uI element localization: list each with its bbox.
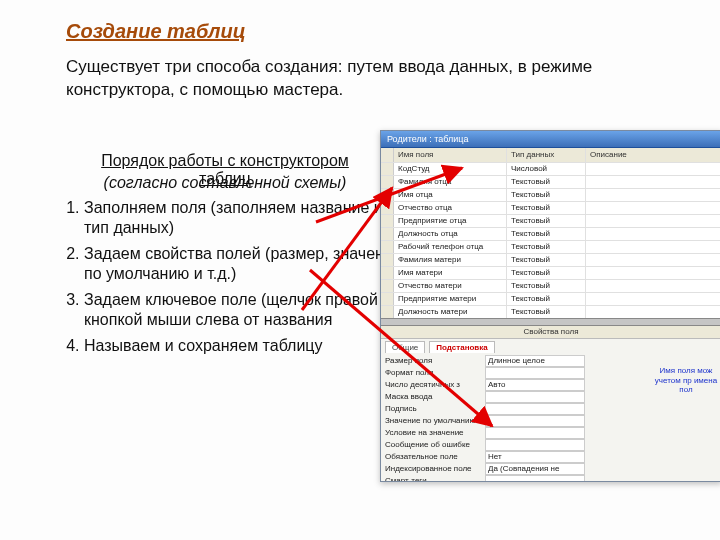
cell-field-desc	[586, 228, 720, 240]
property-value[interactable]	[485, 403, 585, 415]
property-label: Размер поля	[385, 355, 485, 367]
cell-field-type: Текстовый	[507, 176, 586, 188]
cell-field-type: Текстовый	[507, 189, 586, 201]
property-value[interactable]	[485, 367, 585, 379]
cell-field-name: Предприятие матери	[394, 293, 507, 305]
cell-field-desc	[586, 163, 720, 175]
grid-header-name: Имя поля	[394, 148, 507, 162]
property-value[interactable]	[485, 475, 585, 482]
grid-header-type: Тип данных	[507, 148, 586, 162]
table-row[interactable]: Рабочий телефон отцаТекстовый	[381, 241, 720, 254]
property-row: Индексированное полеДа (Совпадения не до…	[385, 463, 585, 475]
properties-hint: Имя поля мож учетом пр имена пол	[651, 366, 720, 395]
cell-field-type: Текстовый	[507, 215, 586, 227]
cell-field-type: Текстовый	[507, 241, 586, 253]
step-item: Заполняем поля (заполняем название и тип…	[84, 198, 404, 238]
property-value[interactable]	[485, 391, 585, 403]
property-label: Подпись	[385, 403, 485, 415]
cell-field-name: Отчество отца	[394, 202, 507, 214]
property-value[interactable]	[485, 415, 585, 427]
procedure-subheading: (согласно составленной схемы)	[80, 174, 370, 192]
property-label: Значение по умолчанию	[385, 415, 485, 427]
property-row: Смарт-теги	[385, 475, 585, 482]
step-item: Задаем ключевое поле (щелчок правой кноп…	[84, 290, 404, 330]
property-label: Число десятичных з	[385, 379, 485, 391]
property-value[interactable]: Да (Совпадения не допускаются)	[485, 463, 585, 475]
cell-field-desc	[586, 202, 720, 214]
property-row: Формат поля	[385, 367, 585, 379]
step-item: Задаем свойства полей (размер, значение …	[84, 244, 404, 284]
grid-header-desc: Описание	[586, 148, 720, 162]
cell-field-name: Фамилия матери	[394, 254, 507, 266]
property-value[interactable]: Нет	[485, 451, 585, 463]
property-label: Сообщение об ошибке	[385, 439, 485, 451]
table-row[interactable]: Должность отцаТекстовый	[381, 228, 720, 241]
cell-field-type: Текстовый	[507, 228, 586, 240]
table-row[interactable]: Отчество материТекстовый	[381, 280, 720, 293]
table-row[interactable]: Предприятие материТекстовый	[381, 293, 720, 306]
property-value[interactable]: Длинное целое	[485, 355, 585, 367]
property-row: Подпись	[385, 403, 585, 415]
cell-field-type: Текстовый	[507, 254, 586, 266]
table-row[interactable]: Предприятие отцаТекстовый	[381, 215, 720, 228]
cell-field-desc	[586, 306, 720, 318]
property-row: Маска ввода	[385, 391, 585, 403]
steps-list: Заполняем поля (заполняем название и тип…	[58, 198, 404, 362]
properties-caption: Свойства поля	[381, 326, 720, 339]
table-row[interactable]: Фамилия материТекстовый	[381, 254, 720, 267]
cell-field-name: Рабочий телефон отца	[394, 241, 507, 253]
property-label: Маска ввода	[385, 391, 485, 403]
property-row: Размер поляДлинное целое	[385, 355, 585, 367]
cell-field-name: Предприятие отца	[394, 215, 507, 227]
property-row: Обязательное полеНет	[385, 451, 585, 463]
properties-pane: Свойства поля Общие Подстановка Размер п…	[381, 326, 720, 482]
cell-field-type: Текстовый	[507, 293, 586, 305]
table-row[interactable]: Фамилия отцаТекстовый	[381, 176, 720, 189]
grid-header-row: Имя поля Тип данных Описание	[381, 148, 720, 163]
cell-field-desc	[586, 293, 720, 305]
property-value[interactable]	[485, 427, 585, 439]
property-value[interactable]	[485, 439, 585, 451]
property-row: Значение по умолчанию	[385, 415, 585, 427]
page-title: Создание таблиц	[66, 20, 246, 43]
cell-field-desc	[586, 241, 720, 253]
property-row: Число десятичных зАвто	[385, 379, 585, 391]
table-row[interactable]: Имя материТекстовый	[381, 267, 720, 280]
cell-field-type: Текстовый	[507, 306, 586, 318]
step-item: Называем и сохраняем таблицу	[84, 336, 404, 356]
property-label: Смарт-теги	[385, 475, 485, 482]
table-row[interactable]: КодСтудЧисловой	[381, 163, 720, 176]
cell-field-desc	[586, 267, 720, 279]
cell-field-type: Числовой	[507, 163, 586, 175]
cell-field-name: Должность отца	[394, 228, 507, 240]
cell-field-name: Имя отца	[394, 189, 507, 201]
cell-field-name: Должность матери	[394, 306, 507, 318]
field-grid: Имя поля Тип данных Описание КодСтудЧисл…	[381, 148, 720, 318]
property-label: Индексированное поле	[385, 463, 485, 475]
property-value[interactable]: Авто	[485, 379, 585, 391]
cell-field-desc	[586, 189, 720, 201]
properties-table: Размер поляДлинное целоеФормат поляЧисло…	[385, 355, 585, 482]
cell-field-desc	[586, 254, 720, 266]
property-label: Обязательное поле	[385, 451, 485, 463]
cell-field-type: Текстовый	[507, 280, 586, 292]
cell-field-name: Отчество матери	[394, 280, 507, 292]
property-row: Сообщение об ошибке	[385, 439, 585, 451]
table-row[interactable]: Имя отцаТекстовый	[381, 189, 720, 202]
cell-field-desc	[586, 280, 720, 292]
access-designer-window: Родители : таблица Имя поля Тип данных О…	[380, 130, 720, 482]
properties-tabs: Общие Подстановка	[381, 339, 720, 353]
property-label: Условие на значение	[385, 427, 485, 439]
cell-field-name: Фамилия отца	[394, 176, 507, 188]
property-label: Формат поля	[385, 367, 485, 379]
cell-field-name: Имя матери	[394, 267, 507, 279]
tab-general[interactable]: Общие	[385, 341, 425, 353]
cell-field-type: Текстовый	[507, 267, 586, 279]
table-row[interactable]: Должность материТекстовый	[381, 306, 720, 318]
cell-field-type: Текстовый	[507, 202, 586, 214]
splitter-bar	[381, 318, 720, 326]
cell-field-desc	[586, 215, 720, 227]
intro-paragraph: Существует три способа создания: путем в…	[66, 56, 660, 102]
tab-lookup[interactable]: Подстановка	[429, 341, 494, 353]
table-row[interactable]: Отчество отцаТекстовый	[381, 202, 720, 215]
